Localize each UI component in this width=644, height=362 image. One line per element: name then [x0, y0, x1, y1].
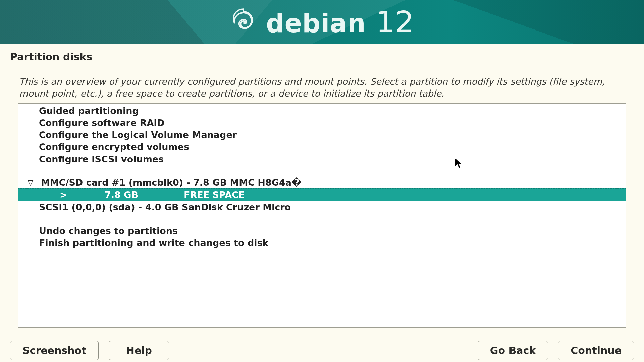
brand: debian 12	[230, 5, 414, 39]
option-undo-changes[interactable]: Undo changes to partitions	[18, 225, 626, 237]
debian-swirl-icon	[230, 8, 256, 36]
device-mmc[interactable]: ▽ MMC/SD card #1 (mmcblk0) - 7.8 GB MMC …	[18, 176, 626, 188]
brand-text: debian 12	[266, 5, 414, 39]
spacer	[18, 213, 626, 225]
page-title: Partition disks	[10, 51, 634, 63]
device-sda[interactable]: SCSI1 (0,0,0) (sda) - 4.0 GB SanDisk Cru…	[18, 201, 626, 213]
option-finish-write[interactable]: Finish partitioning and write changes to…	[18, 237, 626, 249]
content-area: Partition disks This is an overview of y…	[0, 44, 644, 333]
brand-name: debian	[266, 8, 366, 38]
header-banner: debian 12	[0, 0, 644, 44]
partition-free-space[interactable]: > 7.8 GB FREE SPACE	[18, 188, 626, 201]
option-configure-encrypted[interactable]: Configure encrypted volumes	[18, 141, 626, 153]
page-description: This is an overview of your currently co…	[19, 76, 625, 99]
action-bar: Screenshot Help Go Back Continue	[0, 333, 644, 362]
installer-window: debian 12 Partition disks This is an ove…	[0, 0, 644, 362]
option-configure-raid[interactable]: Configure software RAID	[18, 117, 626, 129]
option-configure-iscsi[interactable]: Configure iSCSI volumes	[18, 153, 626, 165]
device-label: MMC/SD card #1 (mmcblk0) - 7.8 GB MMC H8…	[41, 177, 302, 188]
option-configure-lvm[interactable]: Configure the Logical Volume Manager	[18, 129, 626, 141]
option-guided-partitioning[interactable]: Guided partitioning	[18, 105, 626, 117]
partition-listbox[interactable]: Guided partitioning Configure software R…	[18, 103, 626, 328]
go-back-button[interactable]: Go Back	[478, 341, 548, 360]
continue-button[interactable]: Continue	[558, 341, 634, 360]
chevron-down-icon: ▽	[25, 178, 36, 187]
partition-prefix: >	[39, 190, 99, 200]
action-bar-right: Go Back Continue	[478, 341, 634, 360]
partition-label: FREE SPACE	[184, 190, 318, 200]
spacer	[18, 165, 626, 176]
panel: This is an overview of your currently co…	[10, 71, 634, 333]
partition-size: 7.8 GB	[105, 190, 178, 200]
help-button[interactable]: Help	[109, 341, 169, 360]
screenshot-button[interactable]: Screenshot	[10, 341, 99, 360]
action-bar-left: Screenshot Help	[10, 341, 169, 360]
brand-version: 12	[376, 5, 414, 39]
